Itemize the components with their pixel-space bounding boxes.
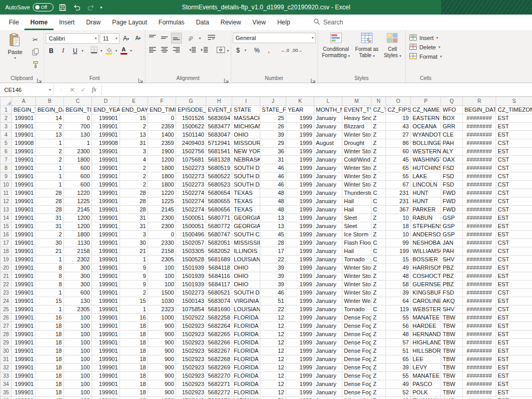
cell-M14[interactable]: Sleet [342, 214, 371, 222]
cell-F35[interactable]: 900 [148, 389, 176, 397]
cell-E8[interactable]: 2 [120, 164, 148, 172]
cell-J15[interactable]: 13 [260, 222, 286, 231]
cell-N10[interactable]: Z [371, 181, 386, 189]
cell-B13[interactable]: 28 [36, 206, 64, 214]
cell-E36[interactable]: 15 [120, 397, 148, 399]
cell-P13[interactable]: PARKER [411, 206, 441, 214]
row-header-28[interactable]: 28 [1, 330, 12, 339]
cell-I28[interactable]: FLORIDA [232, 330, 260, 339]
cell-B6[interactable]: 2 [36, 148, 64, 156]
cell-A11[interactable]: 199901 [12, 189, 36, 197]
cell-B14[interactable]: 31 [36, 214, 64, 222]
cell-L18[interactable]: January [314, 247, 342, 256]
cell-I4[interactable]: OHIO [232, 131, 260, 139]
cell-G28[interactable]: 1502923 [176, 330, 206, 339]
cell-G21[interactable]: 1501939 [176, 272, 206, 281]
cell-D9[interactable]: 199901 [92, 172, 120, 181]
cell-S4[interactable]: EST [496, 131, 532, 139]
cell-N23[interactable]: Z [371, 289, 386, 297]
cell-O6[interactable]: 60 [386, 148, 411, 156]
column-header-Q[interactable]: Q [441, 97, 463, 106]
cell-R4[interactable]: ######## [463, 131, 496, 139]
align-center-button[interactable] [159, 45, 170, 56]
cell-Q16[interactable]: GSP [441, 231, 463, 239]
cell-P34[interactable]: PASCO [411, 380, 441, 389]
cell-A21[interactable]: 199901 [12, 272, 36, 281]
bold-button[interactable]: B [46, 45, 57, 56]
cell-A1[interactable]: BEGIN_YEARMONTH [12, 106, 36, 114]
cell-I14[interactable]: GEORGIA [232, 214, 260, 222]
cell-I36[interactable]: VIRGINIA [232, 397, 260, 399]
cell-N21[interactable]: Z [371, 272, 386, 281]
cell-H12[interactable]: 5680655 [206, 197, 232, 206]
cell-F5[interactable]: 2359 [148, 139, 176, 148]
cell-K3[interactable]: 1999 [286, 123, 314, 131]
cell-S30[interactable]: EST [496, 347, 532, 355]
cell-Q1[interactable]: WFO [441, 106, 463, 114]
cell-L1[interactable]: MONTH_NAME [314, 106, 342, 114]
cell-A27[interactable]: 199901 [12, 322, 36, 330]
cell-E31[interactable]: 18 [120, 355, 148, 364]
row-header-2[interactable]: 2 [1, 114, 12, 123]
column-header-F[interactable]: F [148, 97, 176, 106]
increase-indent-button[interactable] [199, 45, 210, 56]
cell-M1[interactable]: EVENT_TYPE [342, 106, 371, 114]
cell-J21[interactable]: 39 [260, 272, 286, 281]
cell-I33[interactable]: FLORIDA [232, 372, 260, 380]
cell-J1[interactable]: STATE_FIPS [260, 106, 286, 114]
cell-J27[interactable]: 12 [260, 322, 286, 330]
cell-D21[interactable]: 199901 [92, 272, 120, 281]
cell-O16[interactable]: 10 [386, 231, 411, 239]
cell-N3[interactable]: Z [371, 123, 386, 131]
cell-M13[interactable]: Hail [342, 206, 371, 214]
cell-K14[interactable]: 1999 [286, 214, 314, 222]
cell-D20[interactable]: 199901 [92, 264, 120, 272]
cell-C5[interactable]: 1 [64, 139, 92, 148]
cell-N12[interactable]: C [371, 197, 386, 206]
cell-I24[interactable]: VIRGINIA [232, 297, 260, 305]
cell-H21[interactable]: 5684116 [206, 272, 232, 281]
cell-C6[interactable]: 2300 [64, 148, 92, 156]
cell-B15[interactable]: 31 [36, 222, 64, 231]
cell-K4[interactable]: 1999 [286, 131, 314, 139]
cell-D22[interactable]: 199901 [92, 281, 120, 289]
cell-K22[interactable]: 1999 [286, 281, 314, 289]
cell-M16[interactable]: Ice Storm [342, 231, 371, 239]
cell-A33[interactable]: 199901 [12, 372, 36, 380]
cell-I1[interactable]: STATE [232, 106, 260, 114]
cell-E35[interactable]: 18 [120, 389, 148, 397]
cell-M15[interactable]: Sleet [342, 222, 371, 231]
row-header-3[interactable]: 3 [1, 123, 12, 131]
cell-F34[interactable]: 900 [148, 380, 176, 389]
cell-P17[interactable]: NESHOBA [411, 239, 441, 247]
cell-P1[interactable]: CZ_NAME [411, 106, 441, 114]
cell-A26[interactable]: 199901 [12, 314, 36, 322]
cell-I27[interactable]: FLORIDA [232, 322, 260, 330]
cell-N16[interactable]: Z [371, 231, 386, 239]
cell-G10[interactable]: 1502273 [176, 181, 206, 189]
cell-K17[interactable]: 1999 [286, 239, 314, 247]
name-box[interactable]: CE146 ▾ [0, 83, 54, 96]
cell-J7[interactable]: 31 [260, 156, 286, 164]
cell-R8[interactable]: ######## [463, 164, 496, 172]
cell-F13[interactable]: 2145 [148, 206, 176, 214]
cell-G2[interactable]: 1501526 [176, 114, 206, 123]
cell-O36[interactable]: 48 [386, 397, 411, 399]
cell-K18[interactable]: 1999 [286, 247, 314, 256]
cell-D35[interactable]: 199901 [92, 389, 120, 397]
cell-Q34[interactable]: TBW [441, 380, 463, 389]
cell-A2[interactable]: 199901 [12, 114, 36, 123]
cell-N24[interactable]: Z [371, 297, 386, 305]
cell-F19[interactable]: 2305 [148, 256, 176, 264]
row-header-35[interactable]: 35 [1, 389, 12, 397]
cell-I20[interactable]: OHIO [232, 264, 260, 272]
cell-I15[interactable]: GEORGIA [232, 222, 260, 231]
cell-B20[interactable]: 8 [36, 264, 64, 272]
cell-Q13[interactable]: FWD [441, 206, 463, 214]
cell-E29[interactable]: 18 [120, 339, 148, 347]
cell-K24[interactable]: 1999 [286, 297, 314, 305]
cell-R28[interactable]: ######## [463, 330, 496, 339]
cell-M28[interactable]: Dense Fog [342, 330, 371, 339]
cell-J28[interactable]: 12 [260, 330, 286, 339]
cell-Q5[interactable]: PAH [441, 139, 463, 148]
